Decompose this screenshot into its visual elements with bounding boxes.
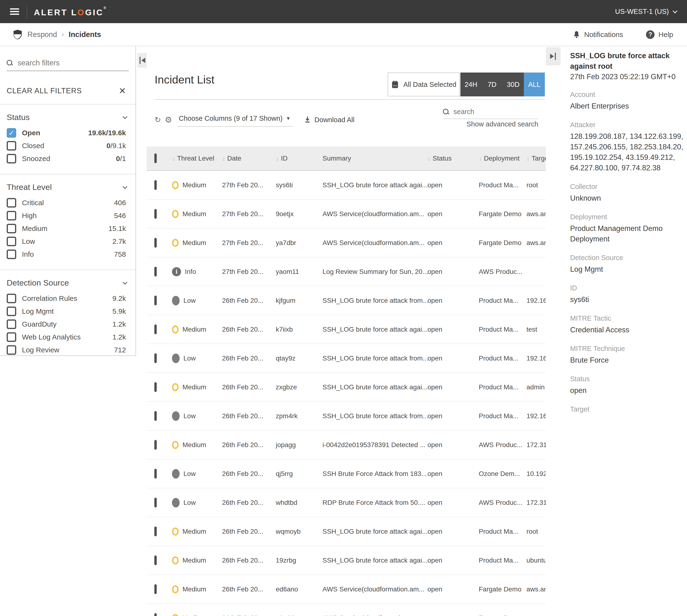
filter-checkbox[interactable] [7,307,16,316]
time-range-button[interactable]: 30D [503,72,524,96]
row-checkbox[interactable] [154,180,157,190]
filter-item[interactable]: Log Mgmt 5.9k [7,307,126,316]
show-advanced-search-link[interactable]: Show advanced search [443,120,538,128]
table-row[interactable]: Low 26th Feb 20... qj5rrg SSH Brute Forc… [147,460,546,488]
table-row[interactable]: Medium 27th Feb 20... 9oetjx AWS Service… [147,200,546,228]
filter-item[interactable]: High 546 [7,211,126,220]
id-cell[interactable]: zxgbze [276,383,323,391]
filter-item[interactable]: Log Review 712 [7,345,126,355]
region-selector[interactable]: US-WEST-1 (US) [615,8,676,16]
filter-checkbox[interactable] [7,345,16,355]
select-all-checkbox[interactable] [154,153,157,163]
detection-source-section-header[interactable]: Detection Source [7,278,126,287]
id-cell[interactable]: p6q66s [276,614,323,616]
sort-down-icon[interactable]: ↓ [427,155,431,162]
id-cell[interactable]: qj5rrg [276,470,323,478]
id-cell[interactable]: 19zrbg [276,556,323,564]
threat-level-section-header[interactable]: Threat Level [7,182,126,192]
column-header[interactable]: ↓ID [276,155,323,162]
summary-cell[interactable]: RDP Brute Force Attack from 50.... [323,499,427,506]
table-row[interactable]: Low 26th Feb 20... kjfgum SSH_LOG brute … [147,286,546,315]
notifications-button[interactable]: Notifications [573,30,623,39]
column-header[interactable]: ↓Threat Level [172,155,222,162]
row-checkbox[interactable] [154,469,157,479]
time-range-button[interactable]: 7D [482,72,503,96]
filter-item[interactable]: Low 2.7k [7,237,126,246]
row-checkbox[interactable] [154,295,157,305]
filter-search-input[interactable]: search filters [7,59,129,71]
row-checkbox[interactable] [154,382,157,392]
column-header[interactable]: ↓Target [527,155,546,162]
table-row[interactable]: Medium 27th Feb 20... ya7dbr AWS Service… [147,228,546,258]
id-cell[interactable]: wqmoyb [276,528,323,535]
download-all-button[interactable]: Download All [304,116,354,124]
filter-item[interactable]: Medium 15.1k [7,224,126,233]
status-section-header[interactable]: Status [7,113,126,122]
filter-checkbox[interactable] [7,320,16,329]
row-checkbox[interactable] [154,411,157,421]
row-checkbox[interactable] [154,584,157,594]
table-search-input[interactable]: search [443,108,538,119]
sort-down-icon[interactable]: ↓ [479,155,482,162]
summary-cell[interactable]: i-0042d2e0195378391 Detected ... [323,441,427,449]
filter-checkbox[interactable] [7,224,16,233]
id-cell[interactable]: whdtbd [276,499,323,506]
sort-down-icon[interactable]: ↓ [172,155,175,162]
table-row[interactable]: Low 26th Feb 20... qtay9z SSH_LOG brute … [147,344,546,373]
time-range-button[interactable]: 24H [460,72,482,96]
table-row[interactable]: Medium 27th Feb 20... sys6ti SSH_LOG bru… [147,171,546,200]
column-header[interactable]: ↓Summary [323,155,427,162]
column-header[interactable]: ↓Deployment [479,155,527,162]
filter-checkbox[interactable] [7,128,16,138]
filter-item[interactable]: Open 19.6k/19.6k [7,128,126,138]
summary-cell[interactable]: Log Review Summary for Sun, 20... [323,268,427,276]
filter-item[interactable]: Web Log Analytics 1.2k [7,332,126,342]
row-checkbox[interactable] [154,555,157,565]
filter-item[interactable]: Correlation Rules 9.2k [7,294,126,303]
summary-cell[interactable]: SSH_LOG brute force attack from... [323,412,427,420]
help-button[interactable]: ? Help [646,30,673,39]
filter-item[interactable]: Critical 406 [7,198,126,207]
summary-cell[interactable]: SSH Brute Force Attack from 183.... [323,470,427,478]
filter-item[interactable]: Snoozed 0/1 [7,154,126,163]
row-checkbox[interactable] [154,353,157,363]
filter-item[interactable]: GuardDuty 1.2k [7,320,126,329]
id-cell[interactable]: ya7dbr [276,239,323,247]
filter-checkbox[interactable] [7,141,16,151]
filter-checkbox[interactable] [7,294,16,303]
gear-icon[interactable]: ⚙ [165,115,172,125]
summary-cell[interactable]: AWS Service(cloudformation.am... [323,614,427,616]
filter-checkbox[interactable] [7,154,16,163]
hamburger-menu-icon[interactable] [10,7,19,16]
table-row[interactable]: i Info 27th Feb 20... yaom11 Log Review … [147,258,546,286]
table-row[interactable]: Medium 26th Feb 20... 19zrbg SSH_LOG bru… [147,546,546,575]
row-checkbox[interactable] [154,527,157,536]
table-row[interactable]: Medium 26th Feb 20... jopagg i-0042d2e01… [147,431,546,460]
id-cell[interactable]: yaom11 [276,268,323,276]
summary-cell[interactable]: SSH_LOG brute force attack agai... [323,383,427,391]
row-checkbox[interactable] [154,267,157,277]
summary-cell[interactable]: SSH_LOG brute force attack agai... [323,326,427,333]
date-range-button[interactable]: All Data Selected [387,72,460,96]
id-cell[interactable]: k7iixb [276,326,323,333]
collapse-sidebar-button[interactable] [137,53,148,68]
summary-cell[interactable]: SSH_LOG brute force attack agai... [323,528,427,535]
summary-cell[interactable]: AWS Service(cloudformation.am... [323,210,427,218]
close-icon[interactable]: ✕ [119,86,126,96]
id-cell[interactable]: kjfgum [276,297,323,304]
choose-columns-dropdown[interactable]: Choose Columns (9 of 17 Shown) ▼ [177,113,293,127]
filter-checkbox[interactable] [7,237,16,246]
summary-cell[interactable]: SSH_LOG brute force attack from... [323,354,427,362]
sort-down-icon[interactable]: ↓ [276,155,279,162]
table-row[interactable]: Medium 26th Feb 20... k7iixb SSH_LOG bru… [147,315,546,344]
table-row[interactable]: Medium 26th Feb 20... wqmoyb SSH_LOG bru… [147,517,546,546]
id-cell[interactable]: sys6ti [276,181,323,189]
id-cell[interactable]: 9oetjx [276,210,323,218]
row-checkbox[interactable] [154,498,157,507]
filter-checkbox[interactable] [7,198,16,207]
row-checkbox[interactable] [154,209,157,219]
sort-down-icon[interactable]: ↓ [222,155,225,162]
table-row[interactable]: Low 26th Feb 20... whdtbd RDP Brute Forc… [147,488,546,517]
filter-checkbox[interactable] [7,211,16,220]
refresh-icon[interactable]: ↻ [155,115,161,124]
